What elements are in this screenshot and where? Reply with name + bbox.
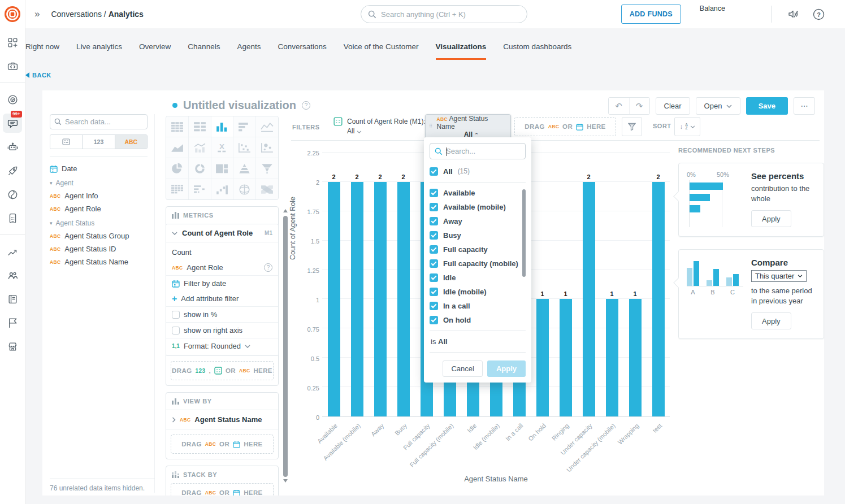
format-row[interactable]: 1,1 Format: Rounded — [166, 338, 278, 355]
clear-button[interactable]: Clear — [656, 97, 690, 115]
infobip-logo-icon[interactable] — [4, 6, 21, 23]
apply-see-percents-button[interactable]: Apply — [751, 210, 791, 227]
checkbox-checked-icon[interactable] — [430, 231, 438, 240]
chart-type-line-chart[interactable] — [256, 116, 278, 137]
rail-item-rocket[interactable] — [3, 161, 22, 180]
field-agent-info[interactable]: ABCAgent Info — [50, 189, 148, 202]
rail-item-chatbot-robot[interactable] — [3, 137, 22, 157]
bar-available-mobile-[interactable] — [351, 182, 363, 416]
compare-period-select[interactable]: This quarter — [751, 270, 807, 282]
chart-type-area-chart[interactable] — [166, 137, 188, 158]
checkbox-checked-icon[interactable] — [430, 316, 438, 324]
attributes-tab[interactable] — [50, 135, 82, 149]
help-icon[interactable]: ? — [811, 7, 826, 21]
sound-muted-icon[interactable] — [786, 7, 801, 21]
chart-type-bar-chart[interactable] — [211, 116, 233, 137]
chart-type-gantt[interactable] — [189, 179, 211, 199]
bar-test[interactable] — [652, 182, 665, 416]
tab-agents[interactable]: Agents — [237, 42, 261, 60]
show-on-right-axis-checkbox[interactable] — [172, 327, 180, 334]
chart-type-scatter-plot[interactable] — [233, 137, 255, 158]
breadcrumb-section[interactable]: Conversations / — [51, 10, 106, 19]
save-button[interactable]: Save — [746, 97, 788, 115]
field-agent-status-group[interactable]: ABCAgent Status Group — [50, 229, 148, 242]
dropdown-option-idle-mobile-[interactable]: Idle (mobile) — [430, 285, 521, 299]
tab-voice-of-the-customer[interactable]: Voice of the Customer — [344, 42, 419, 60]
tab-conversations[interactable]: Conversations — [278, 42, 326, 60]
chart-type-combo-chart[interactable] — [189, 137, 211, 158]
global-search-input[interactable] — [381, 10, 520, 19]
dimension-filter-chip[interactable]: ⠿ ABC Agent Status Name All ⌃ — [425, 114, 511, 138]
show-in-percent-row[interactable]: show in % — [166, 306, 278, 322]
bar-wrapping[interactable] — [629, 299, 642, 416]
metrics-drop-zone[interactable]: DRAG 123 , OR ABC HERE — [171, 361, 274, 380]
rail-item-storefront[interactable] — [3, 337, 22, 356]
checkbox-checked-icon[interactable] — [430, 259, 438, 268]
view-by-drop-zone[interactable]: DRAG ABC OR HERE — [171, 435, 274, 454]
chart-type-text-value[interactable]: X — [211, 137, 233, 158]
rail-item-dev-toolbox[interactable] — [3, 57, 22, 76]
rail-item-target-goal[interactable] — [3, 90, 22, 109]
back-link[interactable]: BACK — [25, 72, 51, 79]
checkbox-checked-icon[interactable] — [430, 288, 438, 296]
tab-visualizations[interactable]: Visualizations — [436, 42, 487, 60]
chart-type-waterfall[interactable] — [211, 179, 233, 199]
field-agent-status-name[interactable]: ABCAgent Status Name — [50, 255, 148, 268]
numbers-tab[interactable]: 123 — [82, 135, 114, 149]
bar-busy[interactable] — [397, 182, 410, 416]
filter-funnel-button[interactable] — [622, 117, 642, 136]
undo-button[interactable]: ↶ — [609, 98, 629, 114]
redo-button[interactable]: ↷ — [629, 98, 649, 114]
field-help-icon[interactable]: ? — [264, 263, 272, 272]
rail-item-flag-pointer[interactable] — [3, 313, 22, 332]
chart-type-horizontal-bar-chart[interactable] — [233, 116, 255, 137]
bar-under-capacity[interactable] — [583, 182, 595, 416]
dropdown-scrollbar-thumb[interactable] — [522, 189, 526, 277]
title-help-icon[interactable]: ? — [302, 101, 310, 110]
cancel-button[interactable]: Cancel — [443, 360, 482, 377]
dropdown-search[interactable] — [430, 143, 526, 159]
chart-type-treemap[interactable] — [211, 158, 233, 179]
dropdown-option-busy[interactable]: Busy — [430, 228, 521, 242]
bar-available[interactable] — [328, 182, 340, 416]
chart-type-pyramid[interactable] — [233, 158, 255, 179]
data-search[interactable] — [50, 114, 148, 129]
show-on-right-axis-row[interactable]: show on right axis — [166, 322, 278, 338]
rail-item-conversations-chat[interactable]: 99+ — [3, 114, 22, 133]
chart-type-pie-chart[interactable] — [166, 158, 188, 179]
scroll-up-icon[interactable] — [283, 209, 288, 212]
dropdown-option-full-capacity-mobile-[interactable]: Full capacity (mobile) — [430, 257, 521, 271]
apply-button[interactable]: Apply — [487, 360, 526, 377]
tab-overview[interactable]: Overview — [139, 42, 171, 60]
checkbox-checked-icon[interactable] — [430, 189, 438, 197]
rail-item-voice-keypad[interactable] — [3, 208, 22, 228]
dropdown-option-full-capacity[interactable]: Full capacity — [430, 242, 521, 257]
field-agent-role[interactable]: ABCAgent Role — [50, 202, 148, 215]
filters-drop-zone[interactable]: DRAG ABC OR HERE — [514, 117, 616, 136]
rail-item-analytics-line-chart[interactable] — [3, 242, 22, 261]
expand-sidebar-icon[interactable]: » — [34, 8, 40, 20]
scroll-down-icon[interactable] — [283, 479, 288, 483]
builder-scrollbar[interactable] — [282, 209, 289, 487]
add-attribute-filter-row[interactable]: + Add attribute filter — [166, 291, 278, 306]
bar-under-capacity-mobile-[interactable] — [606, 299, 618, 416]
tab-right-now[interactable]: Right now — [25, 42, 59, 60]
global-search[interactable] — [361, 5, 527, 23]
dropdown-option-available[interactable]: Available — [430, 186, 521, 200]
field-agent-status-id[interactable]: ABCAgent Status ID — [50, 242, 148, 255]
field-date[interactable]: Date — [50, 162, 148, 175]
chart-type-donut-chart[interactable] — [189, 158, 211, 179]
view-by-field-row[interactable]: ABC Agent Status Name — [166, 410, 278, 429]
show-in-percent-checkbox[interactable] — [172, 311, 180, 319]
bar-on-hold[interactable] — [536, 299, 549, 416]
field-group-agent[interactable]: ▾Agent — [50, 177, 148, 189]
dropdown-search-input[interactable] — [446, 147, 521, 155]
scrollbar-thumb[interactable] — [283, 216, 288, 477]
stack-by-drop-zone[interactable]: DRAG ABC OR HERE — [171, 483, 274, 496]
checkbox-checked-icon[interactable] — [430, 245, 438, 254]
checkbox-checked-icon[interactable] — [430, 203, 438, 211]
chart-type-funnel[interactable] — [256, 158, 278, 179]
checkbox-checked-icon[interactable] — [430, 273, 438, 282]
rail-item-knowledge-book[interactable] — [3, 289, 22, 309]
dropdown-option-away[interactable]: Away — [430, 214, 521, 228]
